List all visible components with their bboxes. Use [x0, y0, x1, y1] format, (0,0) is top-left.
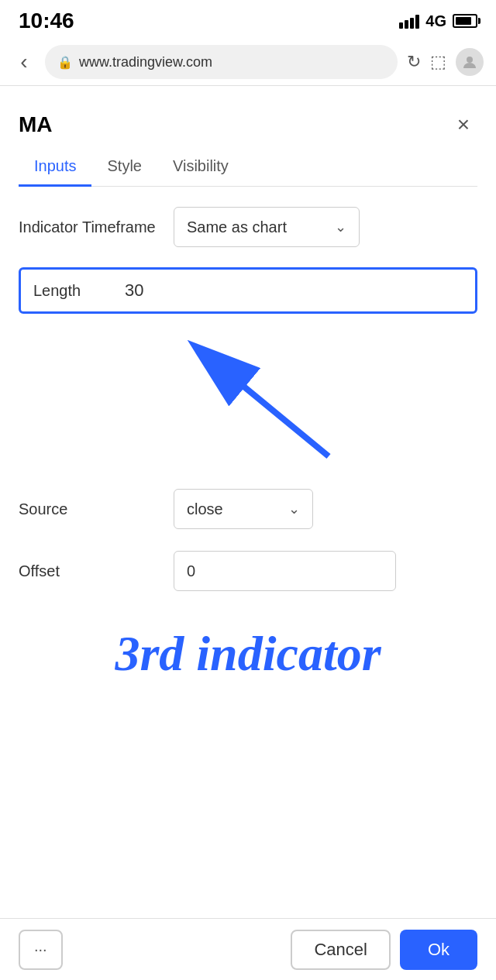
offset-input[interactable] [174, 551, 396, 591]
arrow-annotation [19, 332, 477, 472]
annotation-text: 3rd indicator [0, 611, 496, 681]
source-row: Source close ⌄ [19, 487, 477, 531]
ok-button[interactable]: Ok [400, 930, 477, 970]
source-section: Source close ⌄ Offset [0, 472, 496, 593]
indicator-timeframe-row: Indicator Timeframe Same as chart ⌄ [19, 205, 477, 249]
offset-row: Offset [19, 549, 477, 593]
length-label: Length [33, 282, 119, 300]
more-button[interactable]: ··· [19, 930, 63, 970]
status-time: 10:46 [19, 9, 74, 33]
offset-control [174, 551, 477, 591]
cancel-button[interactable]: Cancel [291, 930, 390, 970]
offset-label: Offset [19, 562, 174, 580]
tab-style[interactable]: Style [91, 148, 157, 187]
battery-icon [453, 14, 477, 28]
source-value: close [187, 500, 223, 518]
modal-header: MA × [19, 101, 477, 148]
chevron-down-icon: ⌄ [335, 218, 346, 236]
close-button[interactable]: × [450, 111, 477, 139]
indicator-timeframe-dropdown[interactable]: Same as chart ⌄ [174, 207, 360, 247]
chevron-down-icon: ⌄ [288, 500, 300, 518]
lock-icon: 🔒 [57, 55, 73, 70]
url-text: www.tradingview.com [79, 54, 385, 70]
arrow-svg [19, 332, 477, 472]
length-input[interactable] [119, 280, 463, 301]
tab-visibility[interactable]: Visibility [157, 148, 244, 187]
signal-icon [399, 13, 419, 29]
source-label: Source [19, 500, 174, 518]
bookmark-button[interactable]: ⬚ [430, 52, 446, 72]
browser-bar: ‹ 🔒 www.tradingview.com ↻ ⬚ [0, 39, 496, 85]
tabs: Inputs Style Visibility [19, 148, 477, 187]
source-control: close ⌄ [174, 489, 477, 529]
modal-container: MA × Inputs Style Visibility Indicator T… [0, 86, 496, 314]
reload-button[interactable]: ↻ [407, 52, 421, 72]
svg-point-0 [467, 57, 473, 63]
action-buttons: Cancel Ok [291, 930, 477, 970]
tab-inputs[interactable]: Inputs [19, 148, 91, 187]
address-bar[interactable]: 🔒 www.tradingview.com [45, 45, 398, 79]
profile-button[interactable] [456, 48, 484, 76]
browser-back-button[interactable]: ‹ [12, 50, 36, 74]
indicator-timeframe-label: Indicator Timeframe [19, 218, 174, 236]
modal-title: MA [19, 112, 53, 137]
indicator-timeframe-value: Same as chart [187, 218, 287, 236]
status-bar: 10:46 4G [0, 0, 496, 39]
bottom-bar: ··· Cancel Ok [0, 918, 496, 980]
source-dropdown[interactable]: close ⌄ [174, 489, 313, 529]
svg-line-2 [197, 348, 329, 456]
indicator-timeframe-control: Same as chart ⌄ [174, 207, 477, 247]
network-label: 4G [425, 12, 446, 30]
status-icons: 4G [399, 12, 477, 30]
length-row: Length [19, 267, 477, 314]
